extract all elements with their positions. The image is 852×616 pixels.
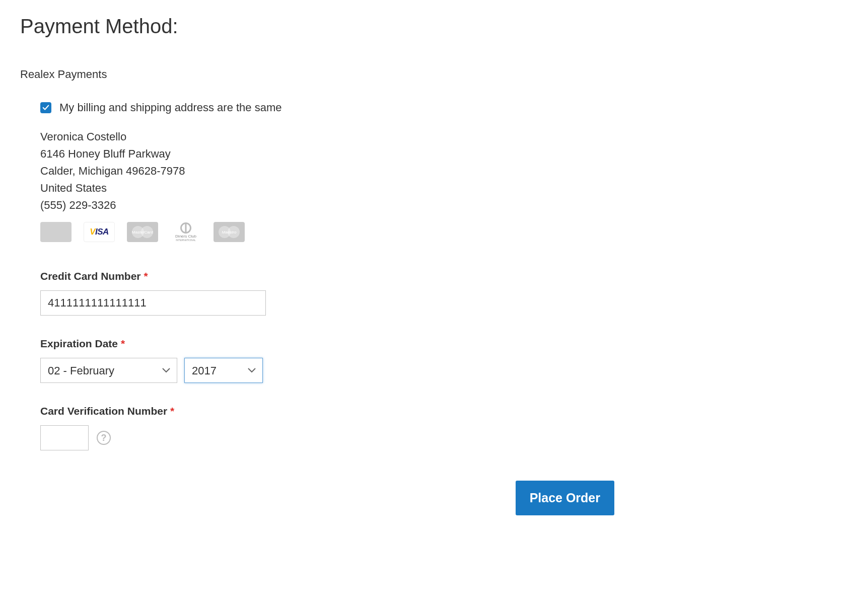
address-phone: (555) 229-3326 (40, 197, 614, 214)
card-number-input[interactable] (40, 290, 266, 316)
address-city-state-zip: Calder, Michigan 49628-7978 (40, 163, 614, 180)
actions-toolbar: Place Order (40, 481, 614, 515)
place-order-button[interactable]: Place Order (516, 481, 614, 515)
address-street: 6146 Honey Bluff Parkway (40, 145, 614, 163)
maestro-icon: Maestro (214, 222, 245, 242)
address-name: Veronica Costello (40, 128, 614, 145)
card-number-field: Credit Card Number* (40, 270, 614, 316)
expiration-month-select[interactable]: 02 - February (40, 358, 177, 383)
required-asterisk: * (121, 338, 125, 349)
amex-icon (40, 222, 72, 242)
page-title: Payment Method: (20, 15, 832, 38)
required-asterisk: * (144, 270, 148, 282)
check-icon (42, 104, 49, 111)
diners-club-icon: Diners ClubINTERNATIONAL (170, 222, 201, 242)
cvv-field: Card Verification Number* ? (40, 405, 614, 450)
payment-form: My billing and shipping address are the … (20, 101, 614, 515)
visa-icon: VISA (84, 222, 115, 242)
billing-address: Veronica Costello 6146 Honey Bluff Parkw… (40, 128, 614, 214)
help-icon[interactable]: ? (97, 431, 111, 445)
accepted-cards: VISA MasterCard Diners ClubINTERNATIONAL… (40, 222, 614, 242)
payment-provider-name: Realex Payments (20, 68, 832, 81)
card-number-label: Credit Card Number* (40, 270, 614, 282)
cvv-input[interactable] (40, 425, 89, 450)
expiration-year-select[interactable]: 2017 (184, 358, 263, 383)
same-address-checkbox[interactable] (40, 102, 51, 113)
same-address-row: My billing and shipping address are the … (40, 101, 614, 114)
mastercard-icon: MasterCard (127, 222, 158, 242)
expiration-label: Expiration Date* (40, 338, 614, 350)
expiration-month-wrapper: 02 - February (40, 358, 177, 383)
expiration-field: Expiration Date* 02 - February 2017 (40, 338, 614, 383)
cvv-label: Card Verification Number* (40, 405, 614, 417)
expiration-year-wrapper: 2017 (184, 358, 263, 383)
required-asterisk: * (170, 405, 174, 417)
address-country: United States (40, 180, 614, 197)
same-address-label: My billing and shipping address are the … (59, 101, 281, 114)
